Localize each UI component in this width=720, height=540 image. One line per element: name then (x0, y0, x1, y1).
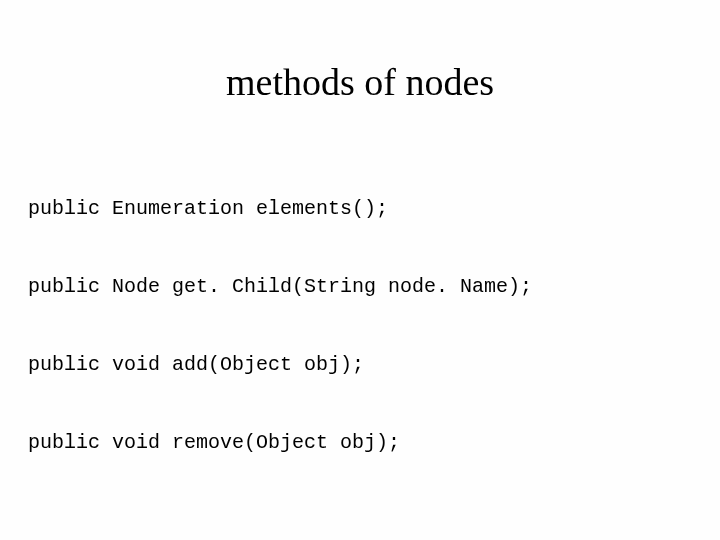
code-line: public Node get. Child(String node. Name… (28, 274, 720, 300)
code-line: public Enumeration elements(); (28, 196, 720, 222)
slide-title: methods of nodes (0, 60, 720, 104)
code-line: public void add(Object obj); (28, 352, 720, 378)
slide-container: methods of nodes public Enumeration elem… (0, 0, 720, 508)
code-block: public Enumeration elements(); public No… (0, 144, 720, 508)
code-line: public void remove(Object obj); (28, 430, 720, 456)
